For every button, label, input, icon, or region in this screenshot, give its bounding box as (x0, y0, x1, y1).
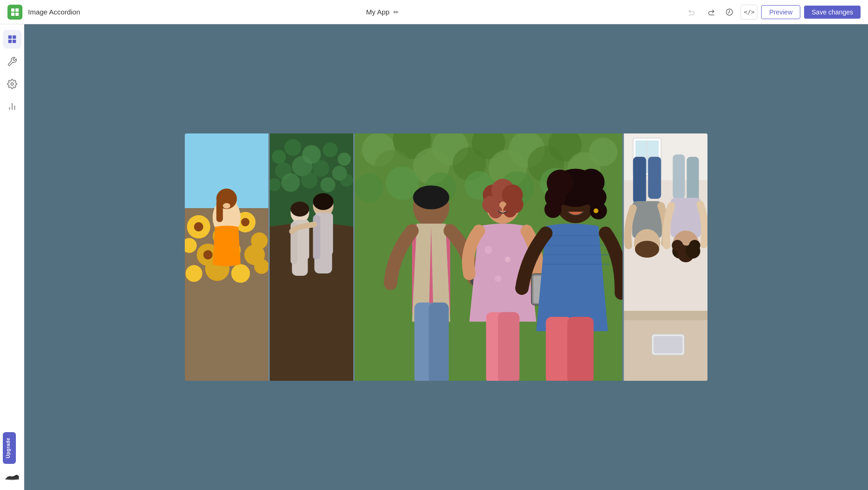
sidebar-item-analytics[interactable] (3, 97, 21, 116)
edit-app-name-icon[interactable]: ✏ (393, 8, 399, 16)
svg-rect-61 (326, 213, 333, 255)
accordion-widget (185, 133, 707, 381)
accordion-panel-4[interactable] (624, 133, 707, 381)
undo-button[interactable] (685, 5, 700, 20)
canvas-area (24, 24, 868, 490)
save-changes-button[interactable]: Save changes (804, 6, 861, 19)
accordion-panel-1[interactable] (185, 133, 268, 381)
svg-point-26 (254, 259, 269, 274)
app-name: My App (366, 8, 390, 16)
svg-point-88 (485, 246, 492, 253)
svg-rect-135 (686, 157, 699, 203)
svg-rect-118 (429, 302, 449, 381)
widget-title: Image Accordion (28, 8, 80, 16)
app-logo (7, 5, 22, 20)
sidebar-bottom: Upgrade (3, 432, 21, 484)
svg-point-23 (186, 265, 203, 282)
sidebar-item-tools[interactable] (3, 52, 21, 71)
svg-rect-129 (633, 157, 646, 203)
svg-point-142 (689, 240, 700, 251)
header-actions: </> Preview Save changes (685, 5, 861, 20)
svg-point-90 (495, 275, 501, 282)
svg-rect-7 (8, 40, 11, 43)
code-button[interactable]: </> (741, 5, 757, 20)
sidebar-item-dashboard[interactable] (3, 30, 21, 49)
shoe-icon[interactable] (3, 469, 21, 484)
svg-point-77 (355, 174, 383, 202)
svg-point-39 (272, 150, 286, 164)
svg-point-62 (313, 193, 334, 210)
preview-button[interactable]: Preview (761, 5, 800, 19)
svg-point-50 (301, 172, 318, 189)
svg-point-89 (505, 257, 511, 262)
svg-point-29 (241, 218, 250, 226)
svg-point-40 (285, 139, 301, 156)
sidebar-item-settings[interactable] (3, 75, 21, 93)
upgrade-button[interactable]: Upgrade (3, 432, 16, 464)
svg-point-42 (323, 142, 338, 157)
accordion-panel-3[interactable] (355, 133, 622, 381)
sidebar: Upgrade (0, 24, 24, 490)
header-center: My App ✏ (86, 8, 679, 16)
accordion-panel-2[interactable] (270, 133, 353, 381)
svg-rect-144 (653, 336, 682, 353)
svg-rect-134 (672, 154, 685, 199)
svg-point-51 (321, 177, 336, 192)
svg-point-57 (291, 202, 309, 217)
svg-point-52 (340, 174, 353, 187)
svg-point-9 (11, 83, 14, 85)
svg-rect-3 (15, 13, 19, 16)
svg-point-27 (194, 222, 203, 231)
svg-rect-1 (15, 8, 19, 12)
svg-point-133 (635, 241, 659, 258)
redo-button[interactable] (703, 5, 718, 20)
svg-point-43 (338, 153, 351, 166)
svg-point-113 (590, 202, 607, 219)
svg-point-36 (223, 203, 231, 209)
svg-rect-8 (12, 40, 15, 43)
svg-point-25 (231, 264, 250, 283)
svg-rect-130 (648, 157, 661, 199)
svg-rect-0 (11, 8, 14, 12)
svg-rect-35 (217, 199, 223, 222)
svg-rect-120 (567, 317, 594, 381)
history-button[interactable] (722, 5, 737, 20)
svg-rect-6 (12, 35, 15, 39)
svg-rect-116 (498, 312, 520, 381)
svg-rect-5 (8, 35, 11, 39)
svg-point-114 (594, 209, 598, 213)
svg-point-141 (672, 240, 683, 251)
svg-point-49 (281, 173, 300, 192)
header: Image Accordion My App ✏ </> Previe (0, 0, 868, 24)
main-layout: Upgrade (0, 24, 868, 490)
svg-point-112 (545, 201, 562, 218)
svg-point-85 (413, 185, 449, 209)
svg-point-30 (203, 250, 213, 259)
svg-rect-2 (11, 13, 14, 16)
